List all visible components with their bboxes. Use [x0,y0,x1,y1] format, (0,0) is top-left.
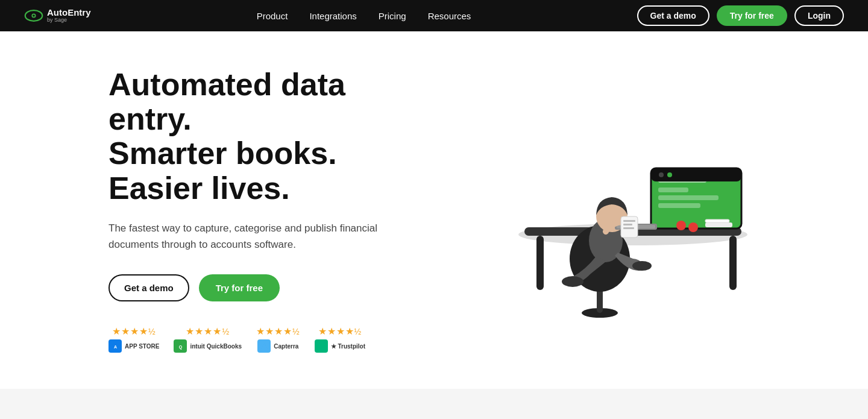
qb-badge: Q [174,339,187,353]
hero-subtext: The fastest way to capture, categorise a… [108,220,398,253]
svg-rect-19 [651,168,741,181]
nav-resources[interactable]: Resources [428,11,471,21]
svg-rect-16 [658,195,719,200]
nav-integrations[interactable]: Integrations [309,11,356,21]
qb-logo: Q intuit QuickBooks [174,339,242,353]
logo-sub: by Sage [47,17,91,24]
trustpilot-stars: ★★★★½ [318,326,362,337]
nav-links: Product Integrations Pricing Resources [257,11,471,21]
hero-headline: Automated data entry. Smarter books. Eas… [108,68,398,206]
headline-line1: Automated data entry. [108,67,345,136]
rating-quickbooks: ★★★★½ Q intuit QuickBooks [174,326,242,353]
hero-content: Automated data entry. Smarter books. Eas… [108,68,398,353]
svg-rect-38 [623,227,634,229]
navbar: AutoEntry by Sage Product Integrations P… [0,0,868,31]
nav-login-button[interactable]: Login [794,5,844,26]
hero-try-button[interactable]: Try for free [199,274,280,301]
nav-actions: Get a demo Try for free Login [637,5,844,26]
svg-point-30 [688,222,698,232]
svg-marker-7 [261,343,268,349]
nav-demo-button[interactable]: Get a demo [637,5,709,26]
trustpilot-badge [315,339,328,353]
capterra-logo: Capterra [257,339,298,353]
qb-stars: ★★★★½ [186,326,230,337]
capterra-label: Capterra [274,343,298,350]
trustpilot-label: ★ Trustpilot [331,343,365,350]
rating-capterra: ★★★★½ Capterra [256,326,300,353]
headline-line2: Smarter books. [108,136,337,171]
svg-rect-15 [658,187,688,192]
svg-point-26 [562,276,583,287]
capterra-badge [257,339,271,353]
hero-illustration [506,96,760,325]
appstore-logo: A APP STORE [108,339,159,353]
appstore-badge: A [108,339,122,353]
nav-product[interactable]: Product [257,11,288,21]
svg-point-21 [667,172,672,177]
svg-marker-8 [318,343,325,350]
svg-text:Q: Q [179,344,183,349]
hero-demo-button[interactable]: Get a demo [108,274,189,301]
svg-rect-12 [729,236,737,290]
svg-point-20 [659,172,664,177]
logo-name: AutoEntry [47,8,91,17]
svg-rect-31 [705,222,732,227]
capterra-stars: ★★★★½ [256,326,300,337]
hero-buttons: Get a demo Try for free [108,274,398,301]
integrations-section: AutoEntry integrates seamlessly with acc… [0,389,868,419]
autoentry-logo-icon [24,6,43,25]
logo-text-group: AutoEntry by Sage [47,8,91,24]
hero-section: Automated data entry. Smarter books. Eas… [0,31,868,389]
rating-appstore: ★★★★½ A APP STORE [108,326,159,353]
nav-pricing[interactable]: Pricing [379,11,406,21]
svg-rect-17 [658,203,700,208]
hero-svg-illustration [506,96,760,325]
appstore-label: APP STORE [125,343,159,350]
svg-point-2 [33,14,35,17]
svg-point-29 [676,221,686,230]
nav-try-button[interactable]: Try for free [717,5,787,26]
rating-trustpilot: ★★★★½ ★ Trustpilot [315,326,365,353]
appstore-stars: ★★★★½ [112,326,156,337]
logo[interactable]: AutoEntry by Sage [24,6,91,25]
svg-rect-36 [623,220,635,222]
ratings-row: ★★★★½ A APP STORE ★★★★½ Q intuit QuickBo… [108,326,398,353]
svg-point-27 [632,261,652,271]
svg-rect-11 [536,236,544,290]
qb-label: intuit QuickBooks [190,343,242,350]
svg-rect-35 [621,216,638,238]
trustpilot-logo: ★ Trustpilot [315,339,365,353]
svg-text:A: A [113,344,116,348]
headline-line3: Easier lives. [108,171,290,206]
svg-rect-37 [623,224,632,225]
svg-rect-32 [705,219,729,222]
